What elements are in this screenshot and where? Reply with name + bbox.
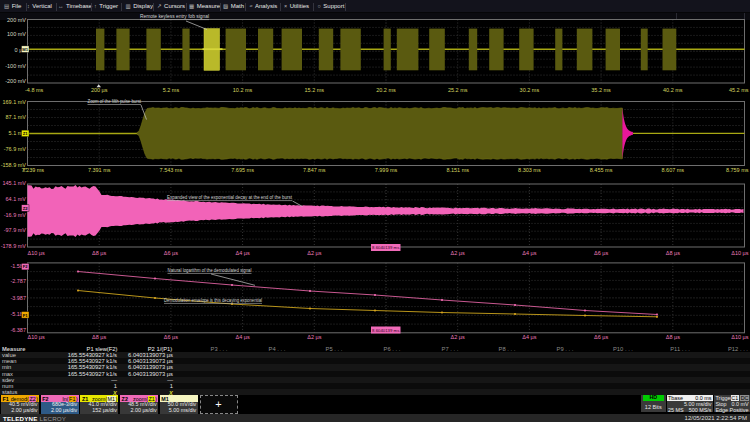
svg-text:Δ10 µs: Δ10 µs	[28, 334, 45, 340]
svg-text:Δ4 µs: Δ4 µs	[236, 334, 250, 340]
svg-text:Expanded view of the exponenti: Expanded view of the exponential decay a…	[167, 194, 293, 200]
svg-text:Z1: Z1	[23, 131, 29, 136]
svg-text:-100 mV: -100 mV	[5, 63, 26, 69]
svg-text:Δ10 µs: Δ10 µs	[731, 334, 748, 340]
svg-text:Δ6 µs: Δ6 µs	[594, 334, 608, 340]
svg-text:8.6040139 ms: 8.6040139 ms	[372, 245, 399, 250]
svg-text:Δ4 µs: Δ4 µs	[522, 250, 536, 256]
svg-text:64.1 mV: 64.1 mV	[6, 196, 27, 202]
svg-text:-178.9 mV: -178.9 mV	[1, 243, 27, 249]
svg-text:87.1 mV: 87.1 mV	[6, 114, 27, 120]
svg-text:8.607 ms: 8.607 ms	[661, 167, 684, 173]
svg-text:-200 mV: -200 mV	[5, 78, 26, 84]
svg-text:F1: F1	[23, 313, 29, 318]
svg-text:35.2 ms: 35.2 ms	[591, 87, 611, 93]
svg-text:8.6040139 ms: 8.6040139 ms	[372, 328, 399, 333]
svg-text:145.1 mV: 145.1 mV	[2, 180, 26, 186]
svg-text:30.2 ms: 30.2 ms	[520, 87, 540, 93]
svg-text:Δ6 µs: Δ6 µs	[164, 250, 178, 256]
svg-text:-3.987: -3.987	[10, 295, 26, 301]
svg-text:7.391 ms: 7.391 ms	[88, 167, 111, 173]
svg-text:Demodulation envelope is this: Demodulation envelope is this decaying e…	[164, 297, 262, 303]
svg-text:Natural logarithm of the demod: Natural logarithm of the demodulated sig…	[168, 267, 252, 273]
svg-text:7.999 ms: 7.999 ms	[375, 167, 398, 173]
svg-text:F2: F2	[23, 264, 29, 269]
svg-text:8.759 ms: 8.759 ms	[726, 167, 749, 173]
svg-text:200 mV: 200 mV	[7, 17, 26, 23]
svg-text:Δ4 µs: Δ4 µs	[522, 334, 536, 340]
svg-text:-2.787: -2.787	[10, 278, 26, 284]
svg-text:Δ8 µs: Δ8 µs	[666, 334, 680, 340]
svg-text:Δ2 µs: Δ2 µs	[451, 250, 465, 256]
svg-text:8.151 ms: 8.151 ms	[446, 167, 469, 173]
svg-text:-16.9 mV: -16.9 mV	[4, 212, 27, 218]
svg-text:Δ2 µs: Δ2 µs	[451, 334, 465, 340]
svg-text:Δ8 µs: Δ8 µs	[92, 250, 106, 256]
svg-text:-76.9 mV: -76.9 mV	[4, 146, 27, 152]
svg-text:Δ2 µs: Δ2 µs	[307, 334, 321, 340]
svg-text:8.303 ms: 8.303 ms	[518, 167, 541, 173]
svg-text:-6.387: -6.387	[10, 327, 26, 333]
svg-text:8.455 ms: 8.455 ms	[590, 167, 613, 173]
svg-text:10.2 ms: 10.2 ms	[233, 87, 253, 93]
svg-text:Δ8 µs: Δ8 µs	[92, 334, 106, 340]
svg-text:169.1 mV: 169.1 mV	[2, 99, 26, 105]
svg-text:Δ6 µs: Δ6 µs	[594, 250, 608, 256]
svg-text:200 µs: 200 µs	[91, 87, 108, 93]
svg-text:M1: M1	[22, 47, 28, 52]
svg-text:-4.8 ms: -4.8 ms	[25, 87, 44, 93]
svg-text:7.695 ms: 7.695 ms	[231, 167, 254, 173]
svg-text:15.2 ms: 15.2 ms	[305, 87, 325, 93]
svg-text:Z2: Z2	[23, 206, 29, 211]
svg-text:20.2 ms: 20.2 ms	[376, 87, 396, 93]
svg-text:40.2 ms: 40.2 ms	[663, 87, 683, 93]
svg-text:Zoom of the fifth pulse burst: Zoom of the fifth pulse burst	[88, 98, 142, 104]
svg-text:7.847 ms: 7.847 ms	[303, 167, 326, 173]
svg-text:Δ10 µs: Δ10 µs	[731, 250, 748, 256]
svg-text:5.2 ms: 5.2 ms	[163, 87, 180, 93]
svg-text:45.2 ms: 45.2 ms	[729, 87, 749, 93]
svg-text:25.2 ms: 25.2 ms	[448, 87, 468, 93]
svg-text:-97.9 mV: -97.9 mV	[4, 227, 27, 233]
svg-text:Δ10 µs: Δ10 µs	[28, 250, 45, 256]
svg-text:Δ8 µs: Δ8 µs	[666, 250, 680, 256]
svg-text:Remote keyless entry fob signa: Remote keyless entry fob signal	[140, 13, 209, 19]
svg-text:7.543 ms: 7.543 ms	[160, 167, 183, 173]
svg-text:100 mV: 100 mV	[7, 31, 26, 37]
svg-text:Δ4 µs: Δ4 µs	[236, 250, 250, 256]
svg-text:Δ6 µs: Δ6 µs	[164, 334, 178, 340]
svg-text:Δ2 µs: Δ2 µs	[307, 250, 321, 256]
svg-text:7.239 ms: 7.239 ms	[22, 167, 45, 173]
